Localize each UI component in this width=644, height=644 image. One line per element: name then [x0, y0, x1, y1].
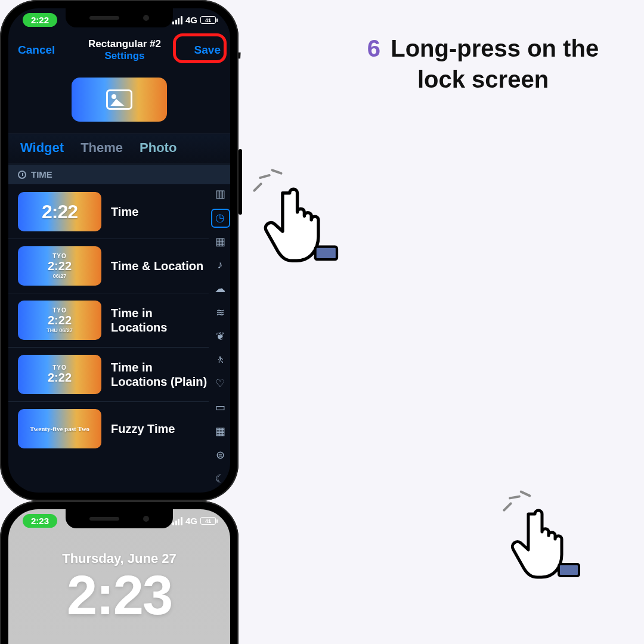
widget-thumb: TYO 2:22 THU 06/27: [18, 301, 101, 340]
notch: [66, 8, 173, 27]
phone-widget-editor: 2:22 4G 41 Cancel Rectangular #2 Setting…: [0, 0, 239, 501]
clock-icon: [18, 171, 26, 179]
weather-icon[interactable]: ☁: [213, 282, 227, 295]
widget-name: Fuzzy Time: [111, 422, 175, 436]
music-icon[interactable]: ♪: [213, 259, 227, 271]
moon-icon[interactable]: ☾: [213, 472, 227, 485]
list-item[interactable]: Twenty-five past Two Fuzzy Time: [8, 402, 209, 456]
notch: [66, 509, 173, 528]
tap-hand-icon: [262, 178, 340, 267]
battery-icon[interactable]: ▭: [213, 401, 227, 414]
list-item[interactable]: TYO 2:22 THU 06/27 Time in Locations: [8, 293, 209, 348]
list-item[interactable]: 2:22 Time: [8, 185, 209, 239]
walk-icon[interactable]: 🚶︎: [213, 354, 227, 366]
category-sidebar[interactable]: ▥ ◷ ▦ ♪ ☁ ≋ ❦ 🚶︎ ♡ ▭ ▦ ⊜ ☾ ✦: [213, 187, 227, 493]
step6-text: Long-press on the lock screen: [391, 35, 599, 92]
nav-title: Rectangular #2 Settings: [88, 38, 161, 63]
widget-thumb: 2:22: [18, 192, 101, 231]
leaf-icon[interactable]: ❦: [213, 330, 227, 343]
battery-icon: 41: [200, 16, 216, 24]
wind-icon[interactable]: ≋: [213, 306, 227, 319]
tab-photo[interactable]: Photo: [140, 140, 177, 156]
save-highlight-box: [173, 33, 227, 63]
image-icon: [106, 89, 132, 110]
widget-name: Time & Location: [111, 259, 203, 273]
longpress-hand-icon: [510, 500, 581, 583]
sliders-icon[interactable]: ⊜: [213, 448, 227, 462]
widget-list[interactable]: 2:22 Time TYO 2:22 06/27 Time & Location…: [8, 185, 209, 493]
grid-icon[interactable]: ▦: [213, 425, 227, 438]
step6-number: 6: [367, 35, 380, 61]
list-item[interactable]: TYO 2:22 Time in Locations (Plain): [8, 348, 209, 402]
status-time: 2:22: [23, 13, 57, 27]
phone-lock-screen[interactable]: 2:23 4G 41 Thursday, June 27 2:23: [0, 501, 239, 644]
network-label: 4G: [185, 15, 197, 25]
list-item[interactable]: TYO 2:22 06/27 Time & Location: [8, 239, 209, 293]
widget-name: Time: [111, 205, 138, 219]
widget-name: Time in Locations: [111, 306, 209, 335]
gallery-icon[interactable]: ▥: [213, 187, 227, 200]
step6-caption: 6 Long-press on the lock screen: [358, 33, 608, 95]
network-label: 4G: [185, 516, 197, 526]
clock-icon[interactable]: ◷: [213, 211, 227, 224]
section-time-header: TIME: [8, 165, 230, 184]
nav-subtitle[interactable]: Settings: [88, 50, 161, 62]
signal-icon: [172, 16, 182, 24]
calendar-icon[interactable]: ▦: [213, 235, 227, 248]
widget-name: Time in Locations (Plain): [111, 360, 209, 389]
tab-widget[interactable]: Widget: [20, 140, 64, 156]
tab-theme[interactable]: Theme: [80, 140, 123, 156]
status-time: 2:23: [23, 514, 57, 528]
editor-tabs: Widget Theme Photo: [8, 134, 230, 163]
lockscreen-time: 2:23: [8, 564, 230, 627]
cancel-button[interactable]: Cancel: [18, 44, 55, 57]
widget-thumb: TYO 2:22 06/27: [18, 246, 101, 286]
widget-thumb: Twenty-five past Two: [18, 409, 101, 448]
signal-icon: [172, 517, 182, 525]
battery-icon: 41: [200, 517, 216, 525]
widget-thumb: TYO 2:22: [18, 355, 101, 394]
heart-icon[interactable]: ♡: [213, 377, 227, 390]
widget-preview[interactable]: [72, 78, 167, 122]
